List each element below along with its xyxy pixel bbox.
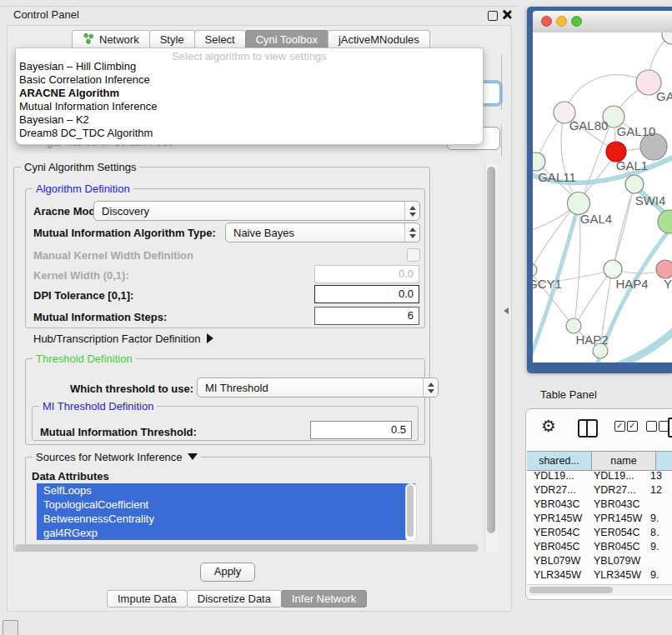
dropdown-item[interactable]: Mutual Information Inference [19, 100, 479, 113]
label-gcy1: GCY1 [533, 277, 562, 291]
cell-name: YDL19... [594, 469, 650, 483]
kernel-width-field[interactable]: 0.0 [314, 265, 419, 283]
tab-infer-network[interactable]: Infer Network [281, 590, 367, 608]
checked-checkbox-icon[interactable]: ✓ [627, 421, 638, 432]
tab-cyni-toolbox-label: Cyni Toolbox [256, 33, 318, 46]
data-attributes-label: Data Attributes [32, 470, 109, 482]
mi-steps-field[interactable]: 6 [314, 307, 419, 325]
hub-tf-disclosure[interactable]: Hub/Transcription Factor Definition [33, 332, 213, 345]
document-icon[interactable] [668, 418, 672, 438]
network-window-titlebar[interactable] [533, 11, 672, 33]
hub-tf-label: Hub/Transcription Factor Definition [33, 332, 200, 345]
mi-threshold-label: Mutual Information Threshold: [40, 426, 197, 438]
table-row[interactable]: YDR27... YDR27... 12 [527, 483, 672, 498]
dropdown-item[interactable]: Dream8 DC_TDC Algorithm [19, 127, 479, 140]
tab-style[interactable]: Style [149, 30, 195, 49]
network-canvas[interactable]: GAL GAL80 GAL10 GAL1 GAL11 SWI4 GAL4 GCY… [533, 32, 672, 362]
disclosure-right-icon [207, 333, 213, 343]
node-salmon[interactable] [656, 260, 672, 278]
control-panel-tabs: Network Style Select Cyni Toolbox jActiv… [72, 30, 429, 49]
mi-type-combo[interactable]: Naive Bayes [225, 222, 420, 242]
aracne-mode-combo[interactable]: Discovery [93, 201, 420, 221]
gear-icon[interactable]: ⚙ [541, 416, 556, 436]
column-header-shared[interactable]: shared... [527, 452, 592, 470]
horizontal-scrollbar-thumb[interactable] [15, 544, 479, 552]
tab-network[interactable]: Network [72, 30, 150, 49]
node-gcy1[interactable] [533, 263, 537, 277]
attribute-item[interactable]: SelfLoops [37, 483, 415, 498]
label-gal4: GAL4 [580, 212, 612, 226]
zoom-traffic-light[interactable] [571, 16, 582, 27]
vertical-scrollbar-thumb[interactable] [487, 167, 495, 533]
tab-select-label: Select [205, 33, 235, 46]
manual-kernel-checkbox[interactable] [407, 248, 420, 262]
node-swi4[interactable] [625, 175, 644, 193]
aracne-mode-value: Discovery [102, 205, 149, 218]
columns-icon[interactable] [578, 419, 598, 438]
panel-divider-collapse-icon[interactable] [504, 308, 509, 314]
dpi-tolerance-field[interactable]: 0.0 [314, 285, 419, 303]
node-right-green[interactable] [658, 210, 672, 233]
which-threshold-combo[interactable]: MI Threshold [197, 378, 439, 398]
tab-impute-data[interactable]: Impute Data [107, 590, 188, 608]
table-row[interactable]: YBR045C YBR045C 9. [527, 540, 672, 554]
attribute-item[interactable]: gal4RGexp [37, 526, 415, 540]
table-rows: YDL19... YDL19... 13 YDR27... YDR27... 1… [527, 469, 672, 584]
unchecked-checkbox-icon[interactable] [646, 421, 657, 432]
table-row[interactable]: YPR145W YPR145W 9. [527, 512, 672, 526]
attribute-item[interactable]: TopologicalCoefficient [37, 498, 415, 512]
tab-discretize-data[interactable]: Discretize Data [187, 590, 282, 608]
table-row[interactable]: YBR043C YBR043C [527, 498, 672, 512]
column-header-cut[interactable] [656, 452, 672, 470]
tab-network-label: Network [99, 33, 139, 46]
threshold-definition-title: Threshold Definition [33, 352, 136, 365]
table-row[interactable]: YLR345W YLR345W 9. [527, 568, 672, 582]
label-swi4: SWI4 [635, 193, 666, 208]
table-horizontal-scrollbar[interactable] [527, 584, 672, 596]
algorithm-dropdown[interactable]: Select algorithm to view settings Bayesi… [15, 48, 484, 145]
cell-name: YLR345W [594, 568, 650, 582]
minimize-traffic-light[interactable] [556, 16, 567, 27]
dropdown-item[interactable]: Basic Correlation Inference [19, 73, 479, 87]
label-gal80: GAL80 [569, 118, 609, 132]
settings-horizontal-scrollbar[interactable] [13, 542, 482, 553]
close-icon[interactable] [502, 9, 513, 20]
sources-group-title[interactable]: Sources for Network Inference [33, 451, 201, 463]
table-row[interactable]: YBL079W YBL079W [527, 554, 672, 568]
table-panel-window: ⚙ ✓ ✓ shared... name YDL19... YDL19... 1… [525, 408, 672, 600]
hidden-groupbox-edge2 [501, 125, 502, 157]
dropdown-item[interactable]: Bayesian – K2 [19, 113, 479, 127]
sources-title-text: Sources for Network Inference [36, 451, 183, 463]
bottom-left-panel-icon[interactable] [3, 620, 18, 635]
cell-shared-name: YBL079W [527, 554, 594, 568]
table-hscroll-thumb[interactable] [529, 587, 613, 593]
label-y-cut: Y [664, 277, 672, 291]
dropdown-item-selected[interactable]: ARACNE Algorithm [19, 87, 479, 100]
label-gal11: GAL11 [538, 170, 576, 184]
dropdown-items: Bayesian – Hill Climbing Basic Correlati… [19, 60, 479, 140]
settings-vertical-scrollbar[interactable] [484, 164, 498, 552]
table-row[interactable]: YDL19... YDL19... 13 [527, 469, 672, 483]
tab-jactivemnodules[interactable]: jActiveMNodules [328, 30, 430, 49]
table-row[interactable]: YER054C YER054C 8. [527, 526, 672, 540]
checked-checkbox-icon[interactable]: ✓ [614, 421, 625, 432]
combo-stepper-icon [423, 378, 438, 397]
label-hap4: HAP4 [615, 277, 648, 291]
apply-button[interactable]: Apply [200, 562, 255, 582]
data-attributes-list: SelfLoops TopologicalCoefficient Between… [37, 483, 415, 540]
float-window-icon[interactable] [488, 11, 498, 21]
attribute-item[interactable]: BetweennessCentrality [37, 512, 415, 526]
column-header-name[interactable]: name [592, 452, 656, 470]
tab-select[interactable]: Select [194, 30, 246, 49]
dropdown-item[interactable]: Bayesian – Hill Climbing [19, 60, 479, 73]
cell-value: 8. [650, 526, 659, 540]
tab-cyni-toolbox[interactable]: Cyni Toolbox [245, 30, 328, 49]
attribute-list-scrollbar[interactable] [405, 483, 417, 542]
node-hap4[interactable] [604, 260, 622, 278]
tab-style-label: Style [160, 33, 184, 46]
node-hap2[interactable] [566, 318, 581, 333]
algorithm-definition-title: Algorithm Definition [33, 182, 133, 195]
close-traffic-light[interactable] [541, 16, 552, 27]
mi-threshold-field[interactable]: 0.5 [310, 421, 412, 439]
network-view-window[interactable]: GAL GAL80 GAL10 GAL1 GAL11 SWI4 GAL4 GCY… [527, 7, 672, 373]
